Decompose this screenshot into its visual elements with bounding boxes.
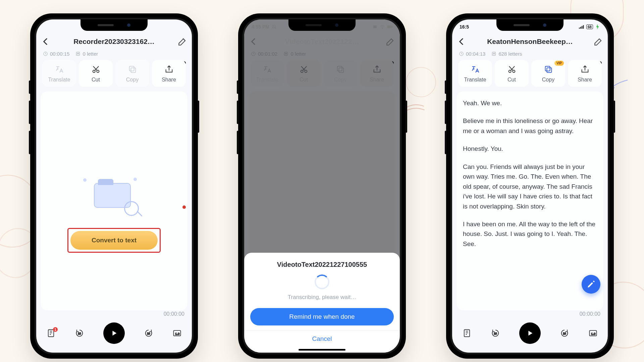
- play-button[interactable]: [519, 322, 541, 344]
- playback-time: 00:00:00: [452, 310, 608, 318]
- phone-mockup-1: Recorder20230323162… 00:00:15 0 letter T…: [30, 13, 198, 359]
- back-button[interactable]: [456, 36, 467, 47]
- convert-to-text-button[interactable]: Convert to text: [70, 231, 158, 250]
- svg-rect-22: [579, 27, 580, 28]
- transcript-paragraph: Yeah. We we.: [463, 98, 597, 108]
- transcript-text[interactable]: Yeah. We we. Believe me in this loneline…: [457, 92, 603, 263]
- svg-text:1.0: 1.0: [175, 332, 179, 336]
- phone-vol-up: [237, 101, 239, 124]
- copy-label: Copy: [542, 77, 554, 83]
- bookmark-list-button[interactable]: 1: [46, 328, 56, 338]
- svg-text:10: 10: [494, 332, 497, 335]
- home-indicator[interactable]: [299, 349, 345, 351]
- charging-icon: [595, 24, 600, 29]
- remind-label: Remind me when done: [289, 313, 355, 320]
- transcribe-modal: VideotoText20221227100555 Transcribing, …: [244, 253, 400, 353]
- copy-label: Copy: [126, 77, 139, 83]
- page-title: KeatonHensonBeekeep…: [470, 38, 590, 46]
- scroll-position-dot: [182, 205, 186, 209]
- content-panel: Yeah. We we. Believe me in this loneline…: [457, 92, 603, 310]
- cut-button[interactable]: Cut: [79, 60, 113, 87]
- translate-label: Translate: [48, 77, 70, 83]
- vip-badge: VIP: [554, 61, 564, 66]
- forward-10-button[interactable]: 10: [560, 328, 569, 338]
- play-button[interactable]: [103, 322, 125, 344]
- svg-rect-30: [547, 68, 551, 72]
- phone-notch: [496, 19, 564, 31]
- signal-icon: [579, 24, 584, 29]
- empty-illustration: [80, 176, 148, 220]
- cancel-label: Cancel: [312, 335, 332, 342]
- edit-transcript-fab[interactable]: [582, 275, 600, 294]
- phone-side-button: [405, 101, 407, 133]
- duration-label: 00:04:13: [459, 51, 485, 57]
- svg-rect-5: [129, 66, 134, 71]
- phone-mockup-2: 4:55 PM VideotoText2022122… 00:01:02: [238, 13, 406, 359]
- svg-point-2: [93, 70, 95, 72]
- action-toolbar: Translate Cut Copy Share: [41, 60, 187, 87]
- svg-text:10: 10: [147, 332, 150, 335]
- rewind-10-button[interactable]: 10: [491, 328, 500, 338]
- share-label: Share: [162, 77, 176, 83]
- translate-button[interactable]: Translate: [458, 60, 492, 87]
- svg-point-3: [97, 70, 99, 72]
- rewind-10-button[interactable]: 10: [75, 328, 84, 338]
- phone-vol-down: [237, 131, 239, 154]
- transcript-paragraph: Believe me in this loneliness or go away…: [463, 116, 597, 136]
- phone-mute-switch: [445, 80, 447, 94]
- svg-rect-4: [131, 68, 136, 72]
- cut-button[interactable]: Cut: [495, 60, 529, 87]
- letter-count-label: 0 letter: [75, 51, 98, 57]
- phone-notch: [80, 19, 148, 31]
- letter-count-label: 628 letters: [491, 51, 522, 57]
- phone-mute-switch: [237, 80, 239, 94]
- bookmark-list-button[interactable]: [462, 328, 472, 338]
- speed-button[interactable]: 1.0: [172, 328, 182, 338]
- cancel-button[interactable]: Cancel: [244, 330, 400, 344]
- svg-rect-32: [464, 330, 470, 337]
- copy-button[interactable]: VIP Copy: [531, 60, 565, 87]
- status-time: 16:5: [460, 24, 469, 29]
- rename-button[interactable]: [177, 36, 188, 47]
- phone-side-button: [613, 101, 615, 133]
- battery-pct: 68: [586, 24, 593, 29]
- back-button[interactable]: [40, 36, 51, 47]
- svg-text:1.0: 1.0: [591, 332, 595, 336]
- loading-spinner-icon: [315, 275, 329, 289]
- rename-button[interactable]: [593, 36, 604, 47]
- cut-label: Cut: [92, 77, 100, 83]
- svg-point-28: [508, 70, 511, 72]
- modal-subtitle: Transcribing, please wait…: [250, 294, 394, 301]
- phone-vol-down: [29, 131, 31, 154]
- convert-highlight: Convert to text: [67, 228, 161, 253]
- modal-title: VideotoText20221227100555: [250, 261, 394, 268]
- page-title: Recorder20230323162…: [54, 38, 174, 46]
- svg-text:10: 10: [563, 332, 566, 335]
- transcript-paragraph: I have been on me. All the way to the le…: [463, 219, 597, 249]
- svg-rect-6: [48, 330, 54, 337]
- forward-10-button[interactable]: 10: [144, 328, 153, 338]
- share-button[interactable]: Share: [568, 60, 602, 87]
- action-toolbar: Translate Cut VIP Copy Share: [457, 60, 603, 87]
- phone-vol-up: [29, 101, 31, 124]
- playback-time: 00:00:00: [36, 310, 192, 318]
- phone-vol-up: [445, 101, 447, 124]
- content-panel: Convert to text: [41, 92, 187, 310]
- share-button[interactable]: Share: [152, 60, 186, 87]
- phone-vol-down: [445, 131, 447, 154]
- translate-button[interactable]: Translate: [42, 60, 76, 87]
- transcript-paragraph: Honestly. You.: [463, 144, 597, 154]
- svg-point-29: [513, 70, 515, 72]
- svg-rect-31: [545, 66, 550, 71]
- badge-count: 1: [53, 327, 58, 332]
- phone-mockup-3: 16:5 68 KeatonHensonBeekeep… 00:04:13: [446, 13, 614, 359]
- phone-mute-switch: [29, 80, 31, 94]
- svg-rect-25: [583, 25, 584, 28]
- svg-rect-24: [582, 26, 582, 29]
- transcript-paragraph: Can you. Friends will always just be in …: [463, 162, 597, 211]
- convert-label: Convert to text: [92, 237, 137, 244]
- speed-button[interactable]: 1.0: [588, 328, 598, 338]
- remind-when-done-button[interactable]: Remind me when done: [250, 308, 394, 325]
- share-label: Share: [578, 77, 592, 83]
- copy-button[interactable]: Copy: [115, 60, 149, 87]
